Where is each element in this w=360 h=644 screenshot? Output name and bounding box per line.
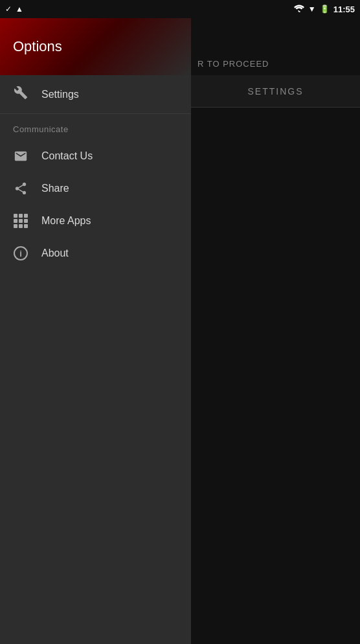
main-layout: Options Settings Communicate Contact Us [0,18,360,644]
communicate-label: Communicate [13,124,69,134]
contact-us-label: Contact Us [41,150,93,162]
right-content [191,108,360,644]
alert-icon: ▲ [16,5,23,14]
more-apps-item[interactable]: More Apps [0,205,191,237]
about-label: About [41,247,69,259]
checkmark-icon: ✓ [5,5,12,14]
right-top-bar: R TO PROCEED [191,18,360,75]
sidebar: Options Settings Communicate Contact Us [0,18,191,644]
settings-menu-item[interactable]: Settings [0,75,191,114]
more-apps-label: More Apps [41,215,91,227]
right-panel: R TO PROCEED SETTINGS [191,18,360,644]
wifi-icon [294,5,304,14]
sidebar-title: Options [13,38,62,55]
battery-icon: 🔋 [320,5,330,14]
envelope-icon [13,149,28,163]
share-label: Share [41,183,69,194]
settings-button-label: SETTINGS [247,86,303,97]
contact-us-item[interactable]: Contact Us [0,140,191,172]
share-icon [13,181,28,196]
settings-label: Settings [41,89,79,100]
communicate-section: Communicate [0,114,191,140]
settings-button-area[interactable]: SETTINGS [191,75,360,108]
status-bar-left: ✓ ▲ [5,5,23,14]
grid-icon [13,214,28,228]
status-bar-right: ▼ 🔋 11:55 [294,5,355,14]
proceed-text: R TO PROCEED [197,59,269,69]
status-bar: ✓ ▲ ▼ 🔋 11:55 [0,0,360,18]
wrench-icon [13,86,28,103]
sidebar-header: Options [0,18,191,75]
status-time: 11:55 [333,5,355,14]
signal-icon: ▼ [308,5,316,14]
about-item[interactable]: i About [0,237,191,270]
share-item[interactable]: Share [0,172,191,205]
info-icon: i [13,246,28,260]
